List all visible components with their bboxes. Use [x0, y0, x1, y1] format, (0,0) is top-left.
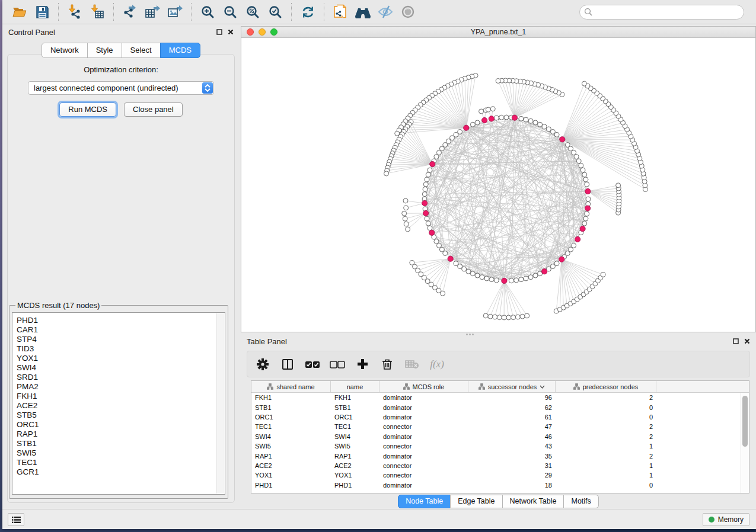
close-panel-button[interactable]: Close panel — [124, 102, 183, 117]
network-window-titlebar[interactable]: YPA_prune.txt_1 — [241, 27, 755, 38]
network-from-file-icon[interactable] — [329, 2, 352, 22]
graph-node[interactable] — [462, 267, 467, 271]
graph-node[interactable] — [496, 78, 500, 83]
run-mcds-button[interactable]: Run MCDS — [59, 102, 116, 117]
graph-node[interactable] — [585, 182, 589, 187]
graph-node[interactable] — [538, 122, 543, 127]
graph-hub-node[interactable] — [464, 125, 469, 130]
graph-node[interactable] — [489, 277, 494, 282]
graph-node[interactable] — [486, 107, 490, 112]
table-settings-icon[interactable] — [254, 355, 271, 373]
graph-node[interactable] — [524, 276, 528, 281]
graph-node[interactable] — [422, 192, 427, 197]
graph-node[interactable] — [572, 243, 576, 248]
graph-node[interactable] — [425, 216, 429, 221]
graph-hub-node[interactable] — [430, 161, 435, 166]
column-header-predecessor-nodes[interactable]: predecessor nodes — [556, 381, 656, 392]
export-table-icon[interactable] — [141, 2, 164, 22]
graph-node[interactable] — [519, 116, 524, 121]
graph-node[interactable] — [502, 315, 506, 320]
graph-hub-node[interactable] — [422, 200, 428, 206]
mcds-result-item[interactable]: FKH1 — [17, 392, 225, 401]
graph-hub-node[interactable] — [542, 269, 547, 274]
graph-hub-node[interactable] — [512, 115, 517, 120]
export-network-icon[interactable] — [119, 2, 141, 22]
float-panel-icon[interactable] — [216, 29, 222, 35]
column-header-successor-nodes[interactable]: successor nodes — [468, 381, 556, 392]
mcds-result-item[interactable]: PMA2 — [17, 382, 225, 392]
tab-motifs[interactable]: Motifs — [563, 495, 598, 508]
save-session-icon[interactable] — [31, 2, 53, 22]
graph-hub-node[interactable] — [429, 230, 435, 235]
graph-node[interactable] — [428, 168, 432, 172]
graph-hub-node[interactable] — [502, 278, 507, 283]
mcds-list-scrollbar[interactable] — [216, 313, 224, 493]
mcds-result-item[interactable]: RAP1 — [17, 430, 225, 439]
mcds-result-item[interactable]: STB1 — [17, 439, 225, 448]
open-session-icon[interactable] — [8, 2, 31, 22]
tab-network[interactable]: Network — [42, 43, 88, 58]
graph-node[interactable] — [572, 150, 576, 155]
graph-node[interactable] — [583, 177, 588, 182]
graph-node[interactable] — [423, 182, 428, 187]
graph-node[interactable] — [441, 291, 445, 296]
mcds-result-item[interactable]: TID3 — [17, 344, 225, 354]
mcds-result-item[interactable]: GCR1 — [17, 467, 225, 477]
network-canvas[interactable] — [241, 38, 755, 332]
graph-node[interactable] — [519, 277, 524, 282]
add-column-icon[interactable] — [354, 355, 371, 373]
graph-node[interactable] — [601, 272, 605, 277]
graph-node[interactable] — [403, 198, 408, 203]
task-history-button[interactable] — [8, 513, 24, 526]
memory-button[interactable]: Memory — [703, 513, 749, 526]
select-all-icon[interactable] — [304, 355, 321, 373]
graph-node[interactable] — [511, 315, 516, 320]
graph-node[interactable] — [574, 155, 579, 159]
graph-node[interactable] — [585, 211, 589, 216]
graph-node[interactable] — [565, 142, 570, 147]
graph-node[interactable] — [426, 172, 430, 177]
table-row[interactable]: PHD1PHD1dominator180 — [251, 480, 741, 490]
close-panel-icon[interactable] — [744, 338, 750, 344]
graph-node[interactable] — [504, 115, 509, 120]
table-row[interactable]: TEC1TEC1connector472 — [251, 422, 741, 431]
tab-select[interactable]: Select — [122, 43, 161, 58]
graph-hub-node[interactable] — [489, 116, 494, 121]
graph-node[interactable] — [509, 278, 513, 283]
mcds-result-list[interactable]: PHD1CAR1STP4TID3YOX1SWI4SRD1PMA2FKH1ACE2… — [12, 312, 225, 495]
graph-node[interactable] — [428, 226, 432, 230]
graph-hub-node[interactable] — [423, 210, 428, 216]
graph-hub-node[interactable] — [575, 236, 580, 242]
graph-node[interactable] — [494, 116, 499, 120]
graph-node[interactable] — [480, 275, 484, 280]
mcds-result-item[interactable]: STP4 — [17, 335, 225, 344]
mcds-result-item[interactable]: SRD1 — [17, 373, 225, 382]
search-input[interactable] — [579, 5, 744, 20]
graph-node[interactable] — [458, 264, 462, 269]
table-row[interactable]: SWI4SWI4dominator462 — [251, 432, 741, 441]
graph-node[interactable] — [406, 227, 410, 232]
graph-node[interactable] — [436, 243, 441, 248]
graph-hub-node[interactable] — [559, 257, 564, 262]
graph-node[interactable] — [497, 315, 502, 320]
graph-node[interactable] — [550, 264, 555, 269]
mcds-result-item[interactable]: CAR1 — [17, 325, 225, 335]
graph-node[interactable] — [384, 171, 389, 176]
graph-node[interactable] — [520, 314, 525, 319]
graph-node[interactable] — [404, 222, 409, 226]
graph-node[interactable] — [490, 107, 495, 111]
hide-selected-icon[interactable] — [374, 2, 397, 22]
graph-node[interactable] — [533, 120, 538, 125]
graph-node[interactable] — [546, 127, 551, 132]
graph-node[interactable] — [475, 120, 480, 125]
graph-node[interactable] — [554, 132, 559, 137]
graph-node[interactable] — [423, 187, 428, 191]
show-all-icon[interactable] — [397, 2, 419, 22]
table-row[interactable]: SWI5SWI5connector431 — [251, 441, 741, 451]
table-row[interactable]: ORC1ORC1dominator610 — [251, 412, 741, 422]
graph-node[interactable] — [483, 313, 488, 318]
graph-node[interactable] — [616, 183, 621, 188]
column-header-MCDS-role[interactable]: MCDS role — [379, 381, 468, 392]
graph-node[interactable] — [582, 172, 587, 177]
graph-node[interactable] — [542, 124, 547, 129]
